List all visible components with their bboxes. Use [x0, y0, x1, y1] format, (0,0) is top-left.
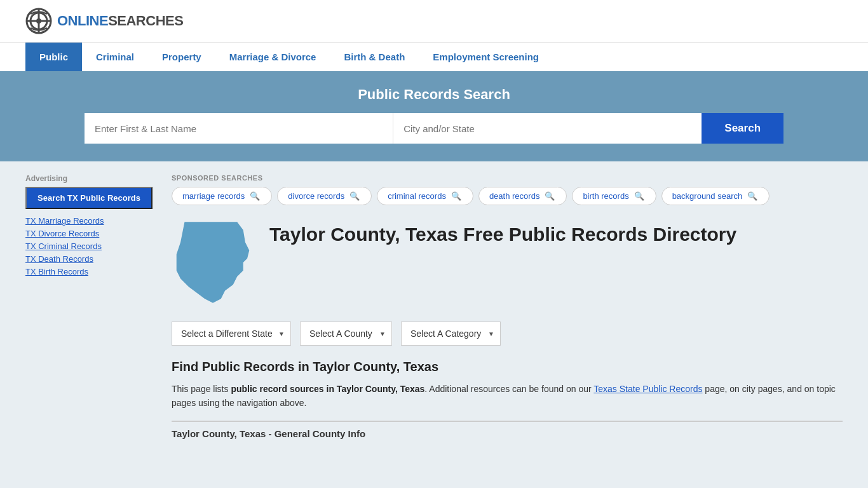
tag-label: criminal records	[388, 191, 446, 201]
logo: ONLINESEARCHES	[25, 8, 183, 34]
sponsored-tags: marriage records 🔍 divorce records 🔍 cri…	[172, 187, 843, 205]
tag-death-records[interactable]: death records 🔍	[478, 187, 567, 205]
nav-item-property[interactable]: Property	[148, 43, 215, 71]
desc-bold: public record sources in Taylor County, …	[231, 384, 424, 394]
tag-birth-records[interactable]: birth records 🔍	[572, 187, 656, 205]
tag-label: background search	[672, 191, 743, 201]
sidebar-link-divorce[interactable]: TX Divorce Records	[25, 229, 99, 238]
county-dropdown-wrap: Select A County	[300, 322, 392, 346]
name-input[interactable]	[85, 113, 393, 144]
nav-item-marriage-divorce[interactable]: Marriage & Divorce	[215, 43, 330, 71]
content-area: SPONSORED SEARCHES marriage records 🔍 di…	[172, 174, 843, 439]
find-public-records-title: Find Public Records in Taylor County, Te…	[172, 360, 843, 374]
county-title: Taylor County, Texas Free Public Records…	[269, 223, 736, 246]
state-dropdown[interactable]: Select a Different State	[172, 322, 291, 346]
desc-part1: This page lists	[172, 384, 231, 394]
tag-label: death records	[489, 191, 540, 201]
texas-map	[172, 218, 254, 309]
search-icon: 🔍	[250, 191, 260, 201]
tag-label: birth records	[583, 191, 628, 201]
location-input[interactable]	[393, 113, 702, 144]
desc-part2: . Additional resources can be found on o…	[424, 384, 593, 394]
nav-item-criminal[interactable]: Criminal	[82, 43, 148, 71]
main-content: Advertising Search TX Public Records TX …	[0, 174, 868, 439]
search-banner: Public Records Search Search	[0, 71, 868, 161]
tag-label: divorce records	[288, 191, 344, 201]
sidebar-link-death[interactable]: TX Death Records	[25, 254, 93, 264]
sidebar-link-criminal[interactable]: TX Criminal Records	[25, 241, 102, 251]
sidebar: Advertising Search TX Public Records TX …	[25, 174, 153, 439]
search-banner-title: Public Records Search	[25, 86, 843, 103]
texas-state-link[interactable]: Texas State Public Records	[593, 384, 702, 394]
nav-item-birth-death[interactable]: Birth & Death	[330, 43, 419, 71]
general-info-header: Taylor County, Texas - General County In…	[172, 421, 843, 439]
sidebar-link-marriage[interactable]: TX Marriage Records	[25, 216, 104, 226]
sponsored-label: SPONSORED SEARCHES	[172, 174, 843, 182]
main-nav: Public Criminal Property Marriage & Divo…	[0, 42, 868, 71]
logo-icon	[25, 8, 52, 34]
dropdowns-row: Select a Different State Select A County…	[172, 322, 843, 346]
sidebar-ad-label: Advertising	[25, 174, 153, 183]
search-button[interactable]: Search	[702, 113, 783, 144]
search-icon: 🔍	[545, 191, 555, 201]
search-form: Search	[85, 113, 783, 144]
category-dropdown-wrap: Select A Category	[401, 322, 501, 346]
tag-divorce-records[interactable]: divorce records 🔍	[277, 187, 372, 205]
find-public-records-desc: This page lists public record sources in…	[172, 382, 843, 410]
search-icon: 🔍	[747, 191, 757, 201]
search-icon: 🔍	[634, 191, 644, 201]
nav-item-public[interactable]: Public	[25, 43, 82, 71]
category-dropdown[interactable]: Select A Category	[401, 322, 501, 346]
tag-label: marriage records	[182, 191, 245, 201]
county-header: Taylor County, Texas Free Public Records…	[172, 218, 843, 309]
tag-marriage-records[interactable]: marriage records 🔍	[172, 187, 272, 205]
logo-text: ONLINESEARCHES	[57, 13, 183, 29]
site-header: ONLINESEARCHES	[0, 0, 868, 42]
tag-criminal-records[interactable]: criminal records 🔍	[377, 187, 473, 205]
sidebar-links: TX Marriage Records TX Divorce Records T…	[25, 215, 153, 276]
county-dropdown[interactable]: Select A County	[300, 322, 392, 346]
search-icon: 🔍	[451, 191, 461, 201]
svg-point-4	[36, 18, 41, 24]
sidebar-link-birth[interactable]: TX Birth Records	[25, 267, 88, 276]
search-icon: 🔍	[349, 191, 360, 201]
tag-background-search[interactable]: background search 🔍	[661, 187, 770, 205]
nav-item-employment[interactable]: Employment Screening	[419, 43, 553, 71]
sidebar-ad-button[interactable]: Search TX Public Records	[25, 187, 153, 209]
state-dropdown-wrap: Select a Different State	[172, 322, 291, 346]
